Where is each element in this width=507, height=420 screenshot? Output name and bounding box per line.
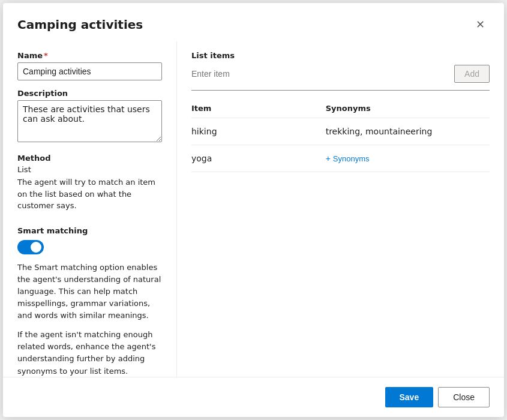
item-name: yoga xyxy=(191,145,326,172)
smart-matching-label: Smart matching xyxy=(17,226,162,235)
left-panel: Name* Description These are activities t… xyxy=(3,41,177,377)
dialog: Camping activities ✕ Name* Description T… xyxy=(3,3,504,417)
method-description: The agent will try to match an item on t… xyxy=(17,176,162,212)
save-button[interactable]: Save xyxy=(385,387,434,407)
description-field-group: Description These are activities that us… xyxy=(17,89,162,144)
required-star: * xyxy=(44,51,48,60)
method-value: List xyxy=(17,165,162,174)
list-items-label: List items xyxy=(191,51,490,60)
right-panel: List items Add Item Synonyms hikingtrekk… xyxy=(177,41,504,377)
description-textarea[interactable]: These are activities that users can ask … xyxy=(17,100,162,142)
close-button[interactable]: Close xyxy=(438,387,490,407)
close-icon: ✕ xyxy=(476,18,485,31)
item-name: hiking xyxy=(191,118,326,145)
item-synonyms[interactable]: +Synonyms xyxy=(326,145,490,172)
items-table: Item Synonyms hikingtrekking, mountainee… xyxy=(191,100,490,172)
toggle-row xyxy=(17,240,162,254)
add-item-row: Add xyxy=(191,65,490,91)
dialog-close-button[interactable]: ✕ xyxy=(470,15,490,34)
enter-item-input[interactable] xyxy=(191,65,449,82)
dialog-title: Camping activities xyxy=(17,17,143,32)
smart-matching-toggle[interactable] xyxy=(17,240,44,254)
dialog-footer: Save Close xyxy=(3,377,504,417)
table-row: yoga+Synonyms xyxy=(191,145,490,172)
name-label: Name* xyxy=(17,51,162,60)
dialog-header: Camping activities ✕ xyxy=(3,3,504,41)
add-synonym-button[interactable]: +Synonyms xyxy=(326,154,370,163)
col-header-item: Item xyxy=(191,100,326,118)
table-row: hikingtrekking, mountaineering xyxy=(191,118,490,145)
add-item-button[interactable]: Add xyxy=(454,65,490,83)
name-input[interactable] xyxy=(17,62,162,80)
col-header-synonyms: Synonyms xyxy=(326,100,490,118)
smart-matching-desc-1: The Smart matching option enables the ag… xyxy=(17,262,162,322)
item-synonyms: trekking, mountaineering xyxy=(326,118,490,145)
dialog-body: Name* Description These are activities t… xyxy=(3,41,504,377)
name-field-group: Name* xyxy=(17,51,162,80)
method-label: Method xyxy=(17,154,162,163)
smart-matching-desc-2: If the agent isn't matching enough relat… xyxy=(17,329,162,377)
smart-matching-section: Smart matching The Smart matching option… xyxy=(17,226,162,377)
plus-icon: + xyxy=(326,154,331,163)
description-label: Description xyxy=(17,89,162,98)
method-section: Method List The agent will try to match … xyxy=(17,154,162,212)
